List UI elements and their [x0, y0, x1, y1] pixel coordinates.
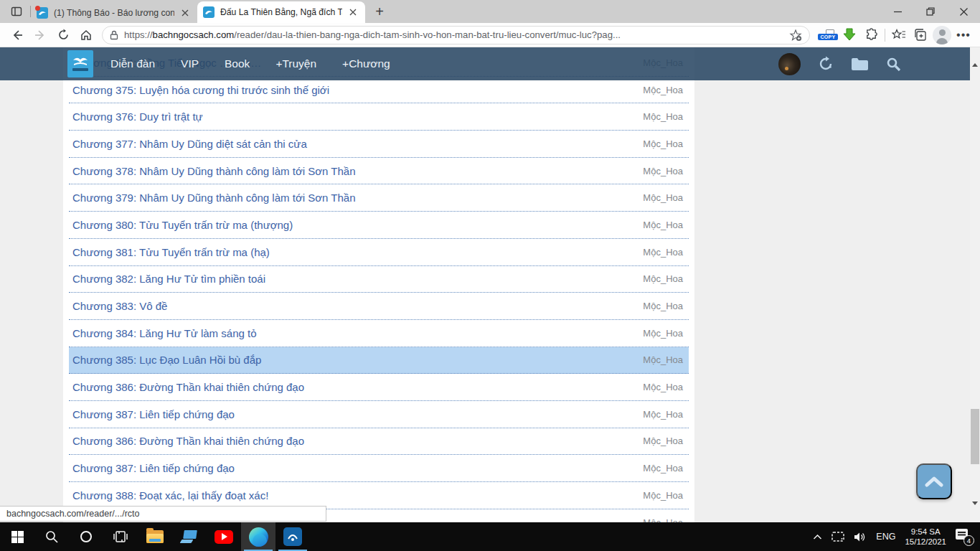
taskbar: ENG 9:54 SA15/12/2021 4 — [0, 522, 980, 551]
chapter-title-link[interactable]: Chương 378: Nhâm Uy Dũng thành công làm … — [69, 165, 643, 177]
chapter-row[interactable]: Chương 383: Vô đề Mộc_Hoa — [69, 293, 689, 320]
language-indicator[interactable]: ENG — [876, 532, 895, 542]
site-nav-item[interactable]: Diễn đàn — [110, 57, 155, 70]
chapter-row[interactable]: Chương 380: Tửu Tuyển trấn trừ ma (thượn… — [69, 212, 689, 239]
add-favorite-icon[interactable] — [789, 29, 802, 42]
chapter-title-link[interactable]: Chương 386: Đường Thần khai thiên chứng … — [69, 381, 643, 393]
youtube-icon[interactable] — [207, 522, 241, 551]
chapter-row[interactable]: Chương 386: Đường Thần khai thiên chứng … — [69, 428, 689, 456]
chapter-title-link[interactable]: Chương 381: Tửu Tuyển trấn trừ ma (hạ) — [69, 246, 643, 258]
chapter-row[interactable]: Chương 385: Lục Đạo Luân Hồi bù đắp Mộc_… — [69, 347, 689, 375]
file-explorer-icon[interactable] — [138, 522, 172, 551]
tab-close-icon[interactable] — [179, 6, 192, 19]
chapter-list-panel: Chương 374: Đồng Tiểu Ngọc …a ch… Mộc_Ho… — [63, 47, 694, 522]
chapter-list: Chương 374: Đồng Tiểu Ngọc …a ch… Mộc_Ho… — [63, 47, 694, 522]
chapter-row[interactable]: Chương 381: Tửu Tuyển trấn trừ ma (hạ) M… — [69, 239, 689, 266]
chapter-author: Mộc_Hoa — [643, 166, 689, 176]
favorites-icon[interactable] — [888, 25, 910, 45]
site-logo[interactable] — [67, 50, 93, 77]
chapter-row[interactable]: Chương 387: Liên tiếp chứng đạo Mộc_Hoa — [69, 401, 689, 428]
system-tray: ENG 9:54 SA15/12/2021 4 — [813, 522, 980, 551]
browser-tab-inactive[interactable]: (1) Thông Báo - Báo lương conve — [31, 3, 197, 23]
folder-icon[interactable] — [851, 57, 869, 71]
home-icon[interactable] — [75, 25, 98, 45]
chapter-author: Mộc_Hoa — [643, 409, 689, 420]
scrollbar-thumb[interactable] — [971, 409, 979, 464]
chapter-author: Mộc_Hoa — [643, 111, 689, 122]
chapter-author: Mộc_Hoa — [643, 463, 689, 474]
user-avatar[interactable] — [778, 53, 801, 75]
copy-extension-icon[interactable]: COPY — [817, 25, 839, 45]
lock-icon — [110, 30, 118, 40]
task-view-icon[interactable] — [103, 522, 138, 551]
chapter-title-link[interactable]: Chương 387: Liên tiếp chứng đạo — [69, 408, 643, 420]
start-button[interactable] — [0, 522, 34, 551]
scrollbar-up-icon[interactable] — [970, 51, 980, 64]
restore-button[interactable] — [914, 0, 947, 23]
chapter-author: Mộc_Hoa — [643, 490, 689, 501]
chapter-title-link[interactable]: Chương 382: Lăng Hư Tử tìm phiền toái — [69, 273, 643, 285]
forward-icon[interactable] — [29, 25, 52, 45]
download-manager-icon[interactable] — [839, 25, 860, 45]
chapter-title-link[interactable]: Chương 384: Lăng Hư Tử làm sáng tỏ — [69, 327, 643, 339]
extensions-puzzle-icon[interactable] — [860, 25, 882, 45]
scroll-to-top-button[interactable] — [916, 463, 952, 499]
volume-icon[interactable] — [854, 532, 867, 542]
tray-chevron-icon[interactable] — [813, 534, 822, 540]
chapter-title-link[interactable]: Chương 375: Luyện hóa cương thi trước si… — [69, 84, 643, 96]
chapter-title-link[interactable]: Chương 385: Lục Đạo Luân Hồi bù đắp — [69, 354, 643, 366]
settings-menu-icon[interactable]: ••• — [953, 25, 974, 45]
chapter-title-link[interactable]: Chương 387: Liên tiếp chứng đạo — [69, 462, 643, 474]
chapter-row[interactable]: Chương 387: Liên tiếp chứng đạo Mộc_Hoa — [69, 455, 689, 482]
new-tab-button[interactable]: + — [369, 1, 390, 22]
scrollbar[interactable] — [970, 47, 980, 522]
chapter-title-link[interactable]: Chương 379: Nhâm Uy Dũng thành công làm … — [69, 192, 643, 204]
site-nav-item[interactable]: VIP — [181, 57, 199, 70]
chapter-title-link[interactable]: Chương 380: Tửu Tuyển trấn trừ ma (thượn… — [69, 219, 643, 231]
chapter-row[interactable]: Chương 375: Luyện hóa cương thi trước si… — [69, 77, 689, 104]
this-pc-icon[interactable] — [172, 522, 207, 551]
tablet-mode-icon[interactable] — [831, 532, 844, 542]
chapter-author: Mộc_Hoa — [643, 247, 689, 258]
chapter-row[interactable]: Chương 379: Nhâm Uy Dũng thành công làm … — [69, 184, 689, 212]
collections-icon[interactable] — [910, 25, 931, 45]
back-icon[interactable] — [6, 25, 29, 45]
refresh-icon[interactable] — [52, 25, 75, 45]
toolbar-divider — [885, 29, 885, 42]
minimize-button[interactable] — [881, 0, 914, 23]
reload-icon[interactable] — [818, 56, 834, 72]
tab-actions-icon[interactable] — [6, 1, 27, 22]
profile-avatar[interactable] — [931, 25, 953, 45]
favicon-notification-dot — [35, 6, 40, 11]
screen: (1) Thông Báo - Báo lương conve Đấu La T… — [0, 0, 980, 551]
chapter-author: Mộc_Hoa — [643, 517, 689, 522]
chapter-title-link[interactable]: Chương 376: Duy trì trật tự — [69, 110, 643, 123]
address-bar[interactable]: https://bachngocsach.com/reader/dau-la-t… — [102, 26, 810, 44]
chapter-row[interactable]: Chương 384: Lăng Hư Tử làm sáng tỏ Mộc_H… — [69, 320, 689, 347]
clock[interactable]: 9:54 SA15/12/2021 — [905, 527, 946, 547]
chapter-author: Mộc_Hoa — [643, 85, 689, 95]
cortana-icon[interactable] — [69, 522, 103, 551]
chapter-title-link[interactable]: Chương 386: Đường Thần khai thiên chứng … — [69, 435, 643, 447]
notification-center-icon[interactable]: 4 — [956, 529, 973, 545]
pinned-app-icon[interactable] — [275, 522, 310, 551]
site-nav-item[interactable]: Book — [225, 57, 250, 70]
chapter-row[interactable]: Chương 376: Duy trì trật tự Mộc_Hoa — [69, 103, 689, 131]
taskbar-search-icon[interactable] — [34, 522, 69, 551]
browser-tab-active[interactable]: Đấu La Thiên Bằng, Ngã đích Tam — [197, 1, 365, 23]
chapter-author: Mộc_Hoa — [643, 220, 689, 230]
chapter-title-link[interactable]: Chương 388: Đoạt xác, lại thấy đoạt xác! — [69, 489, 643, 501]
chapter-row[interactable]: Chương 382: Lăng Hư Tử tìm phiền toái Mộ… — [69, 266, 689, 293]
chapter-row[interactable]: Chương 377: Nhâm Uy Dũng diệt sát cản th… — [69, 131, 689, 158]
close-window-button[interactable] — [947, 0, 980, 23]
chapter-title-link[interactable]: Chương 383: Vô đề — [69, 300, 643, 312]
scrollbar-down-icon[interactable] — [970, 505, 980, 518]
edge-taskbar-icon[interactable] — [241, 522, 275, 551]
site-nav-item[interactable]: +Truyện — [275, 57, 316, 70]
search-icon[interactable] — [886, 57, 901, 72]
chapter-row[interactable]: Chương 378: Nhâm Uy Dũng thành công làm … — [69, 158, 689, 185]
chapter-title-link[interactable]: Chương 377: Nhâm Uy Dũng diệt sát cản th… — [69, 138, 643, 150]
chapter-row[interactable]: Chương 386: Đường Thần khai thiên chứng … — [69, 374, 689, 401]
site-nav-item[interactable]: +Chương — [342, 57, 390, 70]
tab-close-icon[interactable] — [347, 6, 359, 19]
